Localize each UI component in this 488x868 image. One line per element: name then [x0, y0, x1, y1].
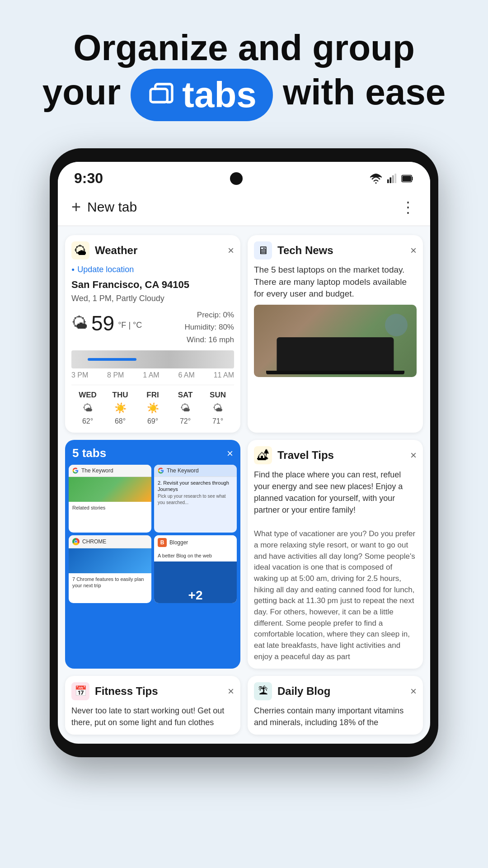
fitness-tips-card-header: 📅 Fitness Tips × [65, 676, 240, 705]
weather-temp-row: 🌤 59 °F | °C Precip: 0% Humidity: 80% Wi… [71, 309, 234, 346]
mini-tab-2-content: 2. Revisit your searches through Journey… [154, 477, 237, 508]
five-tabs-header: 5 tabs × [65, 440, 240, 465]
daily-blog-close-button[interactable]: × [410, 686, 417, 697]
signal-icon [387, 174, 397, 184]
tech-news-text: The 5 best laptops on the market today. … [254, 264, 417, 300]
plus-icon: + [71, 198, 81, 217]
deco-circle [385, 314, 408, 336]
phone-screen: 9:30 [58, 162, 430, 744]
forecast-sun: SUN 🌤 71° [202, 390, 234, 426]
weather-title: Weather [95, 244, 228, 257]
mini-tab-2-title: The Keyword [167, 467, 199, 474]
tech-news-image [254, 305, 417, 377]
fitness-tips-text: Never too late to start working out! Get… [71, 705, 234, 728]
daily-blog-content: Cherries contain many important vitamins… [248, 705, 423, 735]
svg-rect-5 [394, 174, 396, 183]
weather-favicon: 🌤 [71, 241, 89, 259]
phone-frame: 9:30 [50, 148, 438, 757]
chrome-logo [72, 538, 80, 545]
tech-news-card-header: 🖥 Tech News × [248, 235, 423, 264]
five-tabs-close-button[interactable]: × [227, 447, 233, 460]
weather-content: Update location San Francisco, CA 94105 … [65, 264, 240, 433]
svg-rect-7 [402, 175, 411, 181]
travel-tips-tab-card[interactable]: 🏕 Travel Tips × Find the place where you… [248, 440, 423, 669]
weather-tab-card[interactable]: 🌤 Weather × Update location San Francisc… [65, 235, 240, 433]
camera-dot [230, 172, 243, 185]
fitness-tips-favicon: 📅 [71, 682, 89, 700]
hero-title-line1: Organize and group [27, 27, 461, 69]
google-logo-1 [72, 467, 79, 474]
forecast-fri: FRI ☀️ 69° [136, 390, 169, 426]
new-tab-button[interactable]: + New tab [71, 198, 137, 217]
wifi-icon [370, 174, 382, 184]
travel-tips-text: Find the place where you can rest, refue… [254, 469, 417, 516]
forecast-sat: SAT 🌤 72° [169, 390, 202, 426]
mini-tab-1-title: The Keyword [81, 467, 113, 474]
daily-blog-text: Cherries contain many important vitamins… [254, 705, 417, 728]
mini-tab-3-title: CHROME [82, 538, 106, 545]
weather-temperature: 59 [91, 309, 114, 338]
svg-point-1 [375, 182, 376, 184]
weather-time: Wed, 1 PM, Partly Cloudy [71, 293, 234, 304]
tech-news-content: The 5 best laptops on the market today. … [248, 264, 423, 383]
five-tabs-grid: The Keyword Related stories [65, 465, 240, 607]
forecast-thu: THU ☀️ 68° [104, 390, 136, 426]
weather-location: San Francisco, CA 94105 [71, 278, 234, 292]
tabs-badge-label: tabs [182, 74, 257, 116]
mini-tab-4-content: A better Blog on the web [154, 550, 237, 561]
travel-tips-content: Find the place where you can rest, refue… [248, 469, 423, 669]
tech-news-tab-card[interactable]: 🖥 Tech News × The 5 best laptops on the … [248, 235, 423, 433]
blogger-icon: B [158, 538, 167, 547]
mini-tab-3-content: 7 Chrome features to easily plan your ne… [69, 573, 151, 592]
fitness-tips-close-button[interactable]: × [228, 686, 234, 697]
travel-tips-close-button[interactable]: × [410, 450, 417, 461]
google-logo-2 [158, 467, 164, 474]
more-menu-button[interactable]: ⋮ [400, 198, 417, 216]
fitness-tips-content: Never too late to start working out! Get… [65, 705, 240, 735]
weather-timeline-bar [88, 358, 136, 361]
mini-tab-3[interactable]: CHROME 7 Chrome features to easily plan … [69, 535, 151, 603]
five-tabs-card[interactable]: 5 tabs × [65, 440, 240, 669]
tab-grid: 🌤 Weather × Update location San Francisc… [58, 226, 430, 744]
svg-rect-2 [387, 179, 389, 183]
travel-tips-title: Travel Tips [277, 449, 410, 462]
mini-tab-1-header: The Keyword [69, 465, 151, 477]
forecast-wed: WED 🌤 62° [71, 390, 104, 426]
weather-timeline [71, 350, 234, 368]
chrome-header: + New tab ⋮ [58, 190, 430, 226]
weather-close-button[interactable]: × [228, 245, 234, 256]
daily-blog-favicon: 🏝 [254, 682, 272, 700]
tech-news-favicon: 🖥 [254, 241, 272, 259]
weather-details: Precip: 0% Humidity: 80% Wind: 16 mph [184, 309, 234, 346]
daily-blog-card-header: 🏝 Daily Blog × [248, 676, 423, 705]
mini-tab-4[interactable]: B Blogger A better Blog on the web +2 [154, 535, 237, 603]
battery-icon [401, 174, 414, 184]
status-icons [370, 174, 414, 184]
fitness-tips-tab-card[interactable]: 📅 Fitness Tips × Never too late to start… [65, 676, 240, 735]
daily-blog-title: Daily Blog [277, 685, 410, 698]
mini-tab-3-header: CHROME [69, 535, 151, 548]
new-tab-label: New tab [87, 199, 137, 215]
hero-section: Organize and group your tabs with ease [0, 0, 488, 139]
tech-news-close-button[interactable]: × [410, 245, 417, 256]
extra-tabs-count: +2 [188, 588, 203, 603]
tabs-icon [147, 80, 176, 109]
tabs-badge: tabs [131, 69, 273, 121]
mini-tab-plus-overlay: +2 [154, 561, 237, 603]
travel-tips-card-header: 🏕 Travel Tips × [248, 440, 423, 469]
mini-tab-4-header: B Blogger [154, 535, 237, 550]
mini-tab-1-image [69, 477, 151, 502]
mini-tab-2[interactable]: The Keyword 2. Revisit your searches thr… [154, 465, 237, 533]
weather-temp-left: 🌤 59 °F | °C [71, 309, 142, 338]
five-tabs-title: 5 tabs [72, 446, 106, 460]
mini-tab-1[interactable]: The Keyword Related stories [69, 465, 151, 533]
svg-rect-4 [392, 175, 394, 183]
weather-unit: °F | °C [118, 320, 142, 331]
mini-tab-2-header: The Keyword [154, 465, 237, 477]
mini-tab-4-title: Blogger [169, 539, 188, 546]
laptop-base [266, 371, 404, 374]
status-time: 9:30 [74, 170, 103, 187]
travel-tips-favicon: 🏕 [254, 446, 272, 464]
daily-blog-tab-card[interactable]: 🏝 Daily Blog × Cherries contain many imp… [248, 676, 423, 735]
weather-update-label[interactable]: Update location [71, 264, 234, 275]
